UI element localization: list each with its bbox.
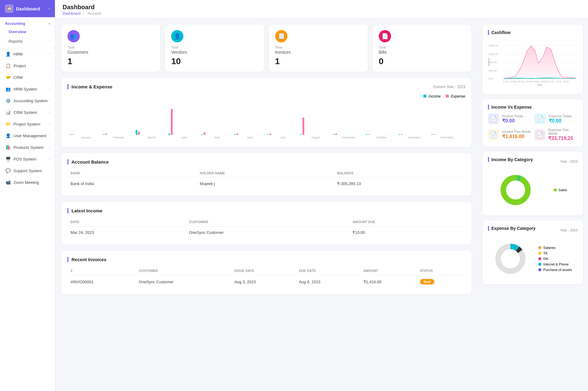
sidebar-item-crm[interactable]: 🤝 CRM › xyxy=(0,72,55,83)
products-system-label: Products System xyxy=(13,145,44,150)
svg-text:04-Aug: 04-Aug xyxy=(533,80,540,83)
sidebar-item-support-system[interactable]: 💬 Support System xyxy=(0,165,55,176)
expense-bar-august xyxy=(302,118,304,135)
vendors-value: 10 xyxy=(171,56,258,66)
bank-cell: Bank of India xyxy=(67,178,197,190)
income-expense-section: Income & Expense Current Year - 2023 Inc… xyxy=(61,78,471,147)
ivse-item-0: 📄 Income Today ₹0.00 xyxy=(488,113,531,124)
crm-chevron: › xyxy=(49,76,50,79)
zoom-meeting-label: Zoom Meeting xyxy=(13,180,39,185)
table-row: Bank of IndiaMujeeb j₹-305,280.13 xyxy=(67,178,465,190)
sidebar-item-hrm-system[interactable]: 👥 HRM System › xyxy=(0,83,55,95)
svg-text:0.00: 0.00 xyxy=(489,77,493,80)
expense-legend-circle xyxy=(538,257,541,260)
stat-card-vendors[interactable]: 👤 Total Vendors 10 xyxy=(165,25,264,72)
pos-system-icon: 🖥️ xyxy=(5,156,11,162)
expense-legend-label: TA xyxy=(543,251,547,255)
ivse-label-0: Income Today xyxy=(502,114,523,118)
sidebar-item-reports[interactable]: Reports › xyxy=(0,37,55,46)
right-panel: Cashflow 16000.00 12000.00 8000.00 4000.… xyxy=(478,18,588,391)
income-bar-november xyxy=(398,134,400,135)
col-issue: ISSUE DATE xyxy=(231,266,296,275)
svg-text:30-Jul: 30-Jul xyxy=(556,80,561,83)
table-row: #INVO00001 OneSync Customer Aug 3, 2023 … xyxy=(67,275,465,288)
sidebar-item-overview[interactable]: Overview xyxy=(0,27,55,37)
expense-bar-september xyxy=(335,134,337,135)
stat-card-bills[interactable]: 📄 Total Bills 0 xyxy=(373,25,471,72)
income-bar-august xyxy=(300,134,302,135)
pos-system-label: POS System xyxy=(13,157,36,161)
expense-donut-legend: SalariesTADAInternet & PhonePurchase of … xyxy=(538,246,572,272)
sidebar-item-project[interactable]: 📋 Project xyxy=(0,60,55,72)
ivse-item-3: 📄 Expense This Month ₹33,719.25 xyxy=(535,128,578,141)
stat-card-customers[interactable]: 👥 Total Customers 1 xyxy=(61,25,160,72)
sidebar-item-project-system[interactable]: 📁 Project System › xyxy=(0,118,55,130)
expense-legend-circle xyxy=(538,263,541,266)
legend-item-sales: Sales xyxy=(554,188,567,192)
sidebar-item-pos-system[interactable]: 🖥️ POS System › xyxy=(0,153,55,165)
svg-text:16000.00: 16000.00 xyxy=(489,44,498,47)
cashflow-title: Cashflow xyxy=(488,30,578,35)
income-bar-july xyxy=(267,134,269,135)
income-by-category-card: Income By Category Year - 2023 Sales xyxy=(482,152,583,215)
status-badge: Sent xyxy=(420,279,435,285)
sidebar-item-crm-system[interactable]: 📊 CRM System › xyxy=(0,106,55,118)
account-balance-section: Account Balance BANK HOLDER NAME BALANCE… xyxy=(61,153,471,196)
income-bar-april xyxy=(168,134,170,135)
crm-system-chevron: › xyxy=(49,111,50,114)
bar-label-february: February xyxy=(103,136,134,139)
income-expense-title: Income & Expense xyxy=(67,84,112,89)
expense-bar-july xyxy=(269,134,271,135)
income-by-category-title: Income By Category xyxy=(488,157,533,162)
hrm-system-icon: 👥 xyxy=(5,86,11,92)
expense-bar-october xyxy=(368,134,370,135)
sidebar-item-hrm[interactable]: 👤 HRM › xyxy=(0,48,55,60)
stat-card-invoices[interactable]: 🧾 Total Invoices 1 xyxy=(269,25,368,72)
sidebar-group-accounting[interactable]: Accounting ▾ xyxy=(0,19,55,27)
income-vs-expense-title: Income Vs Expense xyxy=(488,105,578,110)
col-bank: BANK xyxy=(67,169,197,178)
income-bar-may xyxy=(201,134,203,135)
invoices-name: Invoices xyxy=(275,50,362,55)
sidebar-item-user-management[interactable]: 👤 User Management › xyxy=(0,130,55,141)
project-system-label: Project System xyxy=(13,122,40,126)
vendors-name: Vendors xyxy=(171,50,258,55)
support-system-icon: 💬 xyxy=(5,168,11,174)
pos-system-chevron: › xyxy=(49,157,50,161)
sidebar-item-accounting-system[interactable]: ⚙️ Accounting System › xyxy=(0,95,55,106)
sidebar-item-zoom-meeting[interactable]: 📹 Zoom Meeting xyxy=(0,176,55,188)
legend-item-internet-&-phone: Internet & Phone xyxy=(538,262,572,266)
table-row: Mar 24, 2023OneSync Customer₹10.00 xyxy=(67,226,465,239)
expense-by-category-card: Expense By Category Year - 2023 Salaries… xyxy=(482,220,583,284)
accounting-system-chevron: › xyxy=(49,99,50,103)
income-bar-february xyxy=(103,134,105,135)
ie-chart: JanuaryFebruaryMarchAprilMayJuneJulyAugu… xyxy=(67,101,465,141)
svg-text:10-Aug: 10-Aug xyxy=(510,80,517,83)
invoices-icon: 🧾 xyxy=(275,30,287,42)
breadcrumb-dashboard[interactable]: Dashboard xyxy=(63,11,81,16)
sidebar-item-products-system[interactable]: 🛍️ Products System › xyxy=(0,141,55,153)
bills-value: 0 xyxy=(379,56,465,66)
sidebar-header[interactable]: 🏠 Dashboard ▾ xyxy=(0,0,55,17)
ivse-value-1: ₹0.00 xyxy=(549,118,572,124)
expense-bar-november xyxy=(401,134,403,135)
accounting-chevron: ▾ xyxy=(48,22,50,25)
svg-text:29-Jul: 29-Jul xyxy=(563,80,569,83)
expense-legend-circle xyxy=(538,268,541,271)
account-balance-title: Account Balance xyxy=(67,159,465,165)
breadcrumb-separator: › xyxy=(83,11,84,16)
expense-bar-june xyxy=(236,134,238,135)
ivse-item-1: 📄 Expense Today ₹0.00 xyxy=(535,113,578,124)
customers-total-label: Total xyxy=(67,45,154,49)
recent-invoices-table: # CUSTOMER ISSUE DATE DUE DATE AMOUNT ST… xyxy=(67,266,465,288)
ivse-item-2: 📄 Income This Month ₹1,416.00 xyxy=(488,128,531,141)
bills-total-label: Total xyxy=(379,45,465,49)
sales-legend-circle xyxy=(554,188,557,192)
expense-bar-january xyxy=(72,134,74,135)
hrm-system-label: HRM System xyxy=(13,87,37,91)
income-bar-october xyxy=(366,134,367,135)
cashflow-card: Cashflow 16000.00 12000.00 8000.00 4000.… xyxy=(482,25,583,94)
income-expense-meta: Current Year - 2023 xyxy=(433,85,465,89)
svg-point-22 xyxy=(503,178,528,202)
bar-group-january xyxy=(70,134,102,135)
